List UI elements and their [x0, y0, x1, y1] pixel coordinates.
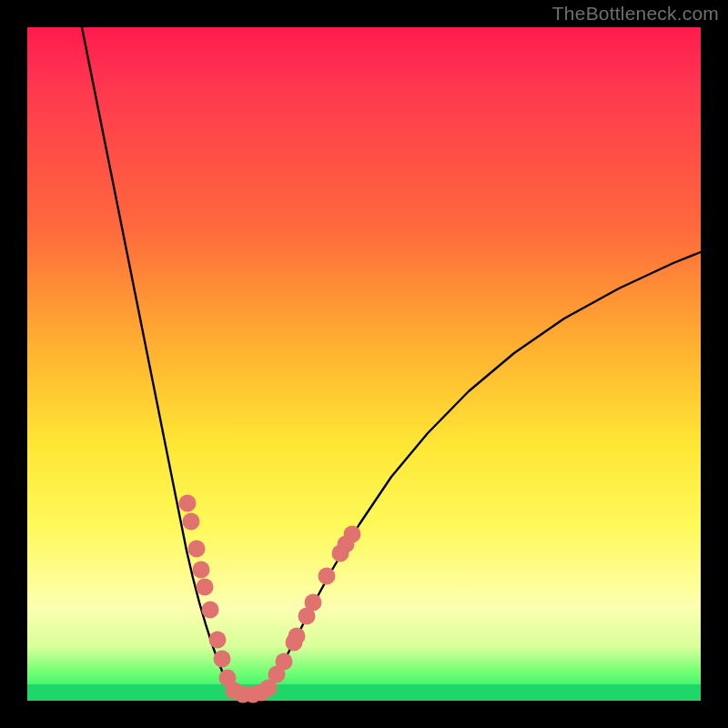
curve-path — [82, 27, 701, 695]
data-dot — [179, 495, 197, 512]
data-dot — [188, 541, 206, 558]
data-dot — [197, 579, 214, 596]
data-dot — [276, 653, 293, 671]
data-dot — [305, 594, 322, 612]
data-dot — [214, 651, 231, 668]
data-dot — [344, 526, 361, 543]
data-dot — [209, 632, 227, 649]
data-dots — [179, 495, 361, 703]
plot-area — [27, 27, 701, 701]
chart-frame: TheBottleneck.com — [0, 0, 728, 728]
data-dot — [193, 561, 210, 579]
data-dot — [318, 568, 336, 585]
data-dot — [288, 628, 306, 645]
data-dot — [202, 602, 219, 619]
data-dot — [183, 513, 200, 531]
watermark-text: TheBottleneck.com — [552, 3, 719, 25]
bottleneck-curve — [27, 27, 701, 701]
